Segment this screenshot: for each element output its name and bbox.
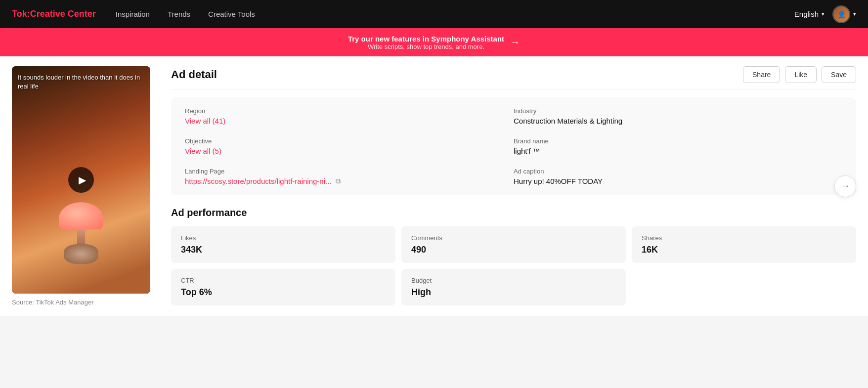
ctr-label: CTR	[181, 277, 386, 284]
language-selector[interactable]: English ▾	[794, 10, 825, 18]
promo-banner[interactable]: Try our new features in Symphony Assista…	[0, 28, 868, 56]
lamp-cap	[59, 202, 103, 229]
landing-page-label: Landing Page	[185, 168, 514, 175]
main-content: It sounds louder in the video than it do…	[0, 56, 868, 316]
comments-label: Comments	[411, 234, 616, 242]
avatar[interactable]: 👤	[832, 5, 850, 23]
comments-card: Comments 490	[401, 226, 626, 263]
nav-trends[interactable]: Trends	[168, 10, 190, 18]
likes-label: Likes	[181, 234, 386, 242]
ad-caption-label: Ad caption	[514, 168, 842, 175]
like-button[interactable]: Like	[785, 66, 817, 83]
landing-page-item: Landing Page https://scosy.store/product…	[185, 168, 514, 185]
nav-inspiration[interactable]: Inspiration	[116, 10, 150, 18]
objective-item: Objective View all (5)	[185, 137, 514, 156]
ad-title: Ad detail	[171, 68, 743, 81]
ctr-value: Top 6%	[181, 287, 386, 298]
brand-name-item: Brand name light'f ™	[514, 137, 842, 156]
nav-links: Inspiration Trends Creative Tools	[116, 10, 794, 18]
save-button[interactable]: Save	[822, 66, 856, 83]
region-item: Region View all (41)	[185, 107, 514, 126]
video-thumbnail: It sounds louder in the video than it do…	[12, 66, 150, 294]
brand-name-label: Brand name	[514, 137, 842, 145]
shares-label: Shares	[642, 234, 846, 242]
brand-name-value: light'f ™	[514, 147, 842, 155]
navbar: Tok:Creative Center Inspiration Trends C…	[0, 0, 868, 28]
info-section: Ad detail Share Like Save Region View al…	[171, 66, 856, 306]
promo-text: Try our new features in Symphony Assista…	[348, 35, 504, 50]
lamp-stem	[77, 229, 85, 244]
budget-card: Budget High	[401, 269, 626, 305]
perf-metrics-row2: CTR Top 6% Budget High	[171, 269, 856, 305]
video-source: Source: TikTok Ads Manager	[12, 299, 155, 306]
budget-label: Budget	[411, 277, 616, 284]
ad-performance-section: Ad performance Likes 343K Comments 490 S…	[171, 207, 856, 305]
site-logo: Tok:Creative Center	[12, 9, 96, 19]
next-arrow-button[interactable]: →	[834, 175, 856, 197]
region-label: Region	[185, 107, 514, 115]
url-row: https://scosy.store/products/lightf-rain…	[185, 177, 514, 185]
title-row: Ad detail Share Like Save	[171, 66, 856, 89]
ad-caption-value: Hurry up! 40%OFF TODAY	[514, 177, 842, 185]
lamp-decoration	[59, 202, 103, 264]
lamp-base	[64, 244, 98, 264]
copy-icon[interactable]: ⧉	[336, 177, 341, 185]
navbar-right: English ▾ 👤 ▾	[794, 5, 856, 23]
perf-metrics-row1: Likes 343K Comments 490 Shares 16K	[171, 226, 856, 263]
likes-value: 343K	[181, 245, 386, 255]
play-icon: ▶	[79, 174, 86, 186]
likes-card: Likes 343K	[171, 226, 395, 263]
nav-creative-tools[interactable]: Creative Tools	[208, 10, 255, 18]
shares-card: Shares 16K	[632, 226, 856, 263]
objective-label: Objective	[185, 137, 514, 145]
ad-caption-item: Ad caption Hurry up! 40%OFF TODAY	[514, 168, 842, 185]
logo-tok: Tok	[12, 9, 27, 19]
video-container: It sounds louder in the video than it do…	[12, 66, 150, 294]
objective-value[interactable]: View all (5)	[185, 147, 221, 155]
promo-arrow-icon[interactable]: →	[510, 37, 520, 48]
details-card: Region View all (41) Industry Constructi…	[171, 97, 856, 195]
shares-value: 16K	[642, 245, 846, 255]
action-buttons: Share Like Save	[743, 66, 856, 83]
comments-value: 490	[411, 245, 616, 255]
industry-label: Industry	[514, 107, 842, 115]
ctr-card: CTR Top 6%	[171, 269, 395, 305]
perf-title: Ad performance	[171, 207, 856, 218]
avatar-chevron-icon[interactable]: ▾	[853, 11, 856, 17]
promo-subtitle: Write scripts, show top trends, and more…	[348, 43, 504, 50]
promo-title: Try our new features in Symphony Assista…	[348, 35, 504, 43]
video-section: It sounds louder in the video than it do…	[12, 66, 155, 306]
logo-name: Creative Center	[30, 9, 96, 19]
budget-value: High	[411, 287, 616, 298]
avatar-image: 👤	[833, 6, 849, 22]
language-label: English	[794, 10, 819, 18]
industry-value: Construction Materials & Lighting	[514, 117, 842, 125]
chevron-down-icon: ▾	[822, 11, 825, 17]
region-value[interactable]: View all (41)	[185, 117, 225, 125]
landing-page-url[interactable]: https://scosy.store/products/lightf-rain…	[185, 177, 332, 185]
video-caption-overlay: It sounds louder in the video than it do…	[18, 73, 144, 91]
play-button[interactable]: ▶	[68, 167, 94, 193]
industry-item: Industry Construction Materials & Lighti…	[514, 107, 842, 126]
share-button[interactable]: Share	[743, 66, 780, 83]
